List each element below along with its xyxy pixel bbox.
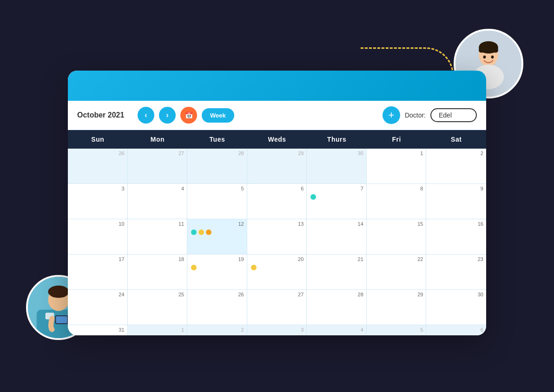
calendar-card: October 2021 ‹ › 📅 Week + Doctor: Sun Mo… — [68, 71, 486, 335]
dots-row — [250, 334, 304, 335]
cal-cell-w0-d6[interactable]: 2 — [426, 149, 486, 183]
cal-cell-w4-d3[interactable]: 27 — [247, 290, 307, 325]
prev-button[interactable]: ‹ — [138, 107, 154, 124]
day-number: 26 — [71, 150, 125, 156]
cal-cell-w0-d4[interactable]: 30 — [307, 149, 367, 183]
add-button[interactable]: + — [383, 106, 400, 124]
week-button[interactable]: Week — [202, 108, 234, 123]
dots-row — [310, 193, 363, 201]
event-dot-teal[interactable] — [310, 194, 316, 200]
calendar-body: 2627282930123456789101112131415161718192… — [68, 149, 486, 335]
day-number: 4 — [310, 327, 363, 333]
day-number: 26 — [190, 292, 244, 297]
cal-cell-w3-d2[interactable]: 19 — [187, 255, 247, 289]
cal-cell-w5-d1[interactable]: 1 — [128, 325, 188, 335]
cal-cell-w1-d5[interactable]: 8 — [367, 184, 427, 219]
cal-cell-w4-d1[interactable]: 25 — [128, 290, 188, 325]
cal-cell-w1-d6[interactable]: 9 — [426, 184, 486, 219]
day-number: 15 — [369, 221, 423, 227]
event-dot-orange[interactable] — [206, 229, 211, 235]
day-number: 28 — [190, 150, 244, 156]
week-row-3: 17181920212223 — [68, 255, 486, 290]
day-number: 5 — [369, 327, 423, 333]
header-fri: Fri — [367, 130, 427, 149]
header-sun: Sun — [68, 130, 128, 149]
next-button[interactable]: › — [159, 107, 176, 124]
day-number: 28 — [310, 292, 363, 297]
cal-cell-w4-d2[interactable]: 26 — [187, 290, 247, 325]
day-number: 30 — [429, 292, 483, 297]
cal-cell-w1-d0[interactable]: 3 — [68, 184, 128, 219]
day-number: 21 — [310, 256, 363, 262]
toolbar: October 2021 ‹ › 📅 Week + Doctor: — [68, 101, 486, 130]
day-number: 27 — [250, 292, 304, 297]
cal-cell-w3-d5[interactable]: 22 — [367, 255, 427, 289]
day-number: 10 — [71, 221, 125, 227]
cal-cell-w5-d2[interactable]: 2 — [187, 325, 247, 335]
day-number: 6 — [429, 327, 483, 333]
week-row-0: 262728293012 — [68, 149, 486, 184]
day-number: 6 — [250, 186, 304, 191]
cal-cell-w4-d0[interactable]: 24 — [68, 290, 128, 325]
cal-cell-w4-d5[interactable]: 29 — [367, 290, 427, 325]
cal-cell-w1-d4[interactable]: 7 — [307, 184, 367, 219]
day-number: 3 — [71, 186, 125, 191]
cal-cell-w1-d2[interactable]: 5 — [187, 184, 247, 219]
cal-cell-w1-d1[interactable]: 4 — [128, 184, 188, 219]
event-dot-yellow[interactable] — [191, 265, 197, 270]
cal-cell-w0-d0[interactable]: 26 — [68, 149, 128, 183]
cal-cell-w3-d1[interactable]: 18 — [128, 255, 188, 289]
day-number: 4 — [131, 186, 185, 191]
event-dot-yellow[interactable] — [251, 265, 257, 270]
header-thurs: Thurs — [307, 130, 367, 149]
cal-cell-w2-d3[interactable]: 13 — [247, 219, 307, 254]
week-row-5: 31123456 — [68, 325, 486, 335]
cal-cell-w0-d2[interactable]: 28 — [187, 149, 247, 183]
cal-cell-w2-d2[interactable]: 12 — [187, 219, 247, 254]
event-dot-teal[interactable] — [191, 229, 197, 235]
cal-cell-w2-d5[interactable]: 15 — [367, 219, 427, 254]
week-row-2: 10111213141516 — [68, 219, 486, 255]
day-number: 22 — [369, 256, 423, 262]
day-number: 2 — [429, 150, 483, 156]
cal-cell-w1-d3[interactable]: 6 — [247, 184, 307, 219]
cal-cell-w5-d0[interactable]: 31 — [68, 325, 128, 335]
cal-cell-w0-d5[interactable]: 1 — [367, 149, 427, 183]
cal-cell-w0-d1[interactable]: 27 — [128, 149, 188, 183]
calendar-grid: Sun Mon Tues Weds Thurs Fri Sat 26272829… — [68, 130, 486, 335]
month-title: October 2021 — [77, 111, 133, 119]
header-tues: Tues — [187, 130, 247, 149]
chevron-left-icon: ‹ — [145, 111, 147, 119]
day-number: 31 — [71, 327, 125, 333]
cal-cell-w3-d6[interactable]: 23 — [426, 255, 486, 289]
cal-cell-w2-d1[interactable]: 11 — [128, 219, 188, 254]
cal-cell-w3-d4[interactable]: 21 — [307, 255, 367, 289]
cal-cell-w5-d6[interactable]: 6 — [426, 325, 486, 335]
day-number: 7 — [310, 186, 363, 191]
today-button[interactable]: 📅 — [180, 107, 197, 124]
doctor-input[interactable] — [430, 108, 477, 122]
event-dot-yellow[interactable] — [198, 229, 204, 235]
cal-cell-w2-d0[interactable]: 10 — [68, 219, 128, 254]
cal-cell-w4-d6[interactable]: 30 — [426, 290, 486, 325]
cal-cell-w5-d3[interactable]: 3 — [247, 325, 307, 335]
doctor-label: Doctor: — [405, 111, 426, 119]
cal-cell-w2-d6[interactable]: 16 — [426, 219, 486, 254]
cal-cell-w2-d4[interactable]: 14 — [307, 219, 367, 254]
cal-cell-w3-d0[interactable]: 17 — [68, 255, 128, 289]
day-number: 1 — [131, 327, 185, 333]
cal-cell-w5-d5[interactable]: 5 — [367, 325, 427, 335]
day-number: 30 — [310, 150, 363, 156]
svg-rect-4 — [479, 47, 498, 52]
cal-cell-w4-d4[interactable]: 28 — [307, 290, 367, 325]
day-number: 23 — [429, 256, 483, 262]
cal-cell-w3-d3[interactable]: 20 — [247, 255, 307, 289]
svg-rect-14 — [56, 316, 67, 323]
header-weds: Weds — [247, 130, 307, 149]
cal-cell-w0-d3[interactable]: 29 — [247, 149, 307, 183]
day-number: 9 — [429, 186, 483, 191]
cal-cell-w5-d4[interactable]: 4 — [307, 325, 367, 335]
day-number: 29 — [250, 150, 304, 156]
day-number: 1 — [369, 150, 423, 156]
day-number: 12 — [190, 221, 244, 227]
